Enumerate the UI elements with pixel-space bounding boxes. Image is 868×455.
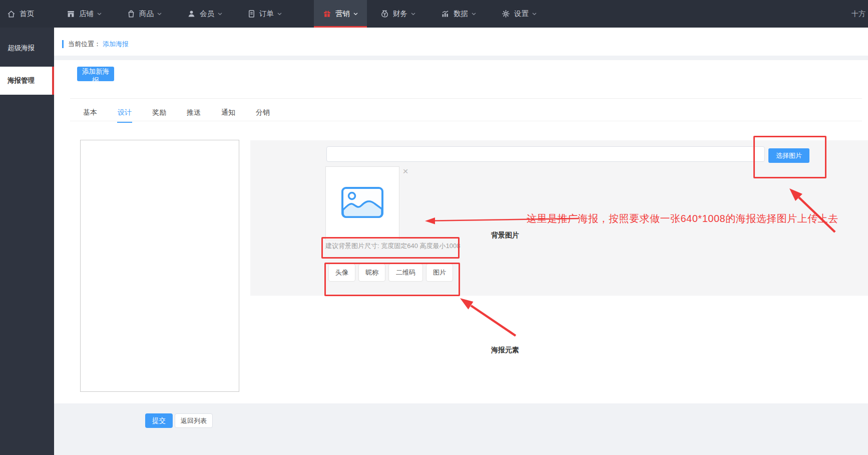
sidebar: 超级海报 海报管理 [0, 28, 54, 455]
nav-item-finance[interactable]: 财务 [374, 0, 422, 28]
breadcrumb-bar: 当前位置： 添加海报 [54, 28, 868, 56]
element-avatar-button[interactable]: 头像 [328, 264, 355, 282]
nav-item-goods[interactable]: 商品 [121, 0, 168, 28]
nav-item-shop[interactable]: 店铺 [60, 0, 108, 28]
poster-preview-canvas[interactable] [80, 140, 239, 392]
breadcrumb: 当前位置： 添加海报 [62, 40, 129, 48]
element-image-button[interactable]: 图片 [426, 264, 453, 282]
tab-reward[interactable]: 奖励 [152, 99, 167, 123]
shopping-bag-icon [127, 10, 135, 18]
chevron-down-icon [472, 13, 476, 16]
sidebar-item-poster-management[interactable]: 海报管理 [0, 67, 54, 95]
chevron-down-icon [277, 13, 282, 16]
divider [70, 121, 862, 121]
image-placeholder-icon [341, 186, 384, 220]
nav-item-label: 首页 [20, 9, 34, 19]
background-image-label: 背景图片 [454, 231, 519, 240]
back-to-list-button[interactable]: 返回列表 [175, 413, 213, 428]
nav-item-label: 设置 [514, 9, 529, 19]
sidebar-item-label: 海报管理 [8, 76, 35, 85]
sidebar-item-super-poster[interactable]: 超级海报 [0, 35, 54, 62]
nav-item-label: 会员 [200, 9, 214, 19]
nav-item-label: 订单 [259, 9, 274, 19]
main-area: 当前位置： 添加海报 添加新海报 基本 设计 奖励 推送 通知 分销 背景图片 … [54, 28, 868, 455]
nav-item-label: 营销 [335, 9, 350, 19]
element-nickname-button[interactable]: 昵称 [358, 264, 385, 282]
tab-bar: 基本 设计 奖励 推送 通知 分销 [83, 99, 290, 123]
add-new-poster-button[interactable]: 添加新海报 [77, 67, 114, 81]
store-icon [67, 10, 75, 18]
nav-item-members[interactable]: 会员 [181, 0, 229, 28]
tab-push[interactable]: 推送 [186, 99, 201, 123]
bar-chart-icon [441, 10, 450, 18]
nav-item-data[interactable]: 数据 [435, 0, 483, 28]
tab-distribution[interactable]: 分销 [255, 99, 270, 123]
nav-item-label: 数据 [454, 9, 468, 19]
chevron-down-icon [353, 13, 358, 16]
size-hint-text: 建议背景图片尺寸: 宽度固定640 高度最小1008 [325, 242, 460, 251]
gear-icon [502, 10, 510, 18]
nav-item-marketing[interactable]: 营销 [314, 0, 367, 28]
poster-elements-label: 海报元素 [454, 346, 519, 355]
chevron-down-icon [532, 13, 537, 16]
breadcrumb-label: 当前位置： [68, 40, 101, 48]
uploaded-image-thumbnail[interactable] [325, 166, 399, 240]
top-navbar: 首页 店铺 商品 会员 订单 营销 [0, 0, 868, 28]
tab-basic[interactable]: 基本 [83, 99, 98, 123]
tab-notice[interactable]: 通知 [221, 99, 236, 123]
home-icon [7, 10, 16, 18]
chevron-down-icon [157, 13, 162, 16]
document-icon [248, 10, 255, 18]
background-image-input[interactable] [326, 146, 765, 162]
gift-icon [323, 10, 331, 18]
chevron-down-icon [218, 13, 222, 16]
nav-item-label: 商品 [139, 9, 154, 19]
money-bag-icon [380, 10, 389, 18]
tab-design[interactable]: 设计 [117, 99, 132, 123]
nav-item-label: 财务 [393, 9, 407, 19]
chevron-down-icon [411, 13, 415, 16]
breadcrumb-link-add-poster[interactable]: 添加海报 [103, 40, 129, 48]
submit-button[interactable]: 提交 [145, 413, 173, 428]
nav-item-home[interactable]: 首页 [0, 0, 41, 28]
remove-image-icon[interactable]: × [400, 166, 411, 177]
element-qrcode-button[interactable]: 二维码 [388, 264, 423, 282]
nav-item-label: 店铺 [79, 9, 94, 19]
user-icon [187, 10, 196, 18]
account-name[interactable]: 十方 [851, 0, 865, 28]
choose-image-button[interactable]: 选择图片 [768, 148, 809, 163]
content-card: 添加新海报 基本 设计 奖励 推送 通知 分销 背景图片 海报元素 选择图片 [54, 60, 868, 403]
nav-item-settings[interactable]: 设置 [495, 0, 543, 28]
nav-item-orders[interactable]: 订单 [241, 0, 288, 28]
poster-element-buttons: 头像 昵称 二维码 图片 [328, 264, 456, 282]
chevron-down-icon [97, 13, 102, 16]
sidebar-item-label: 超级海报 [8, 44, 35, 53]
